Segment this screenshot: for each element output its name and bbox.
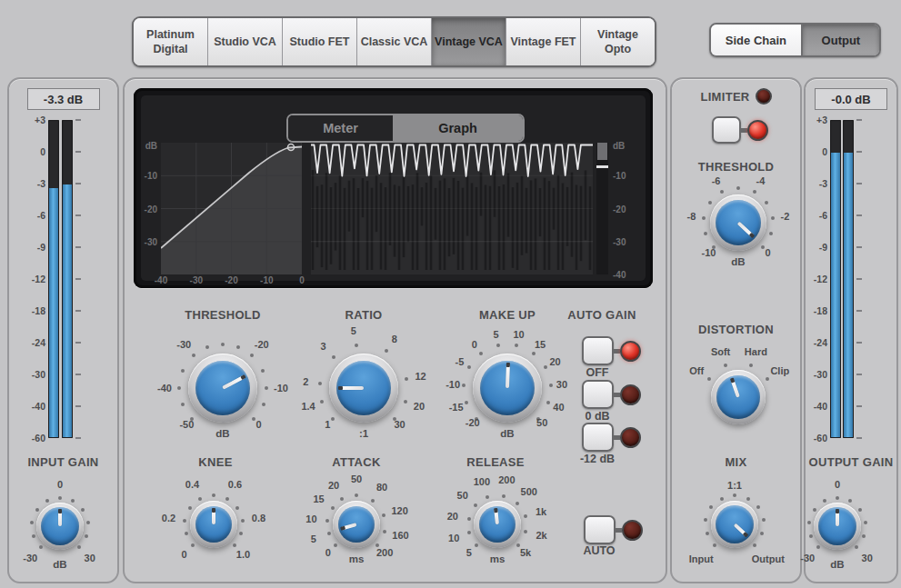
- knob-tick-dot: [708, 201, 712, 204]
- knob-tick-dot: [81, 508, 85, 512]
- knob-tick-label: 100: [474, 476, 490, 487]
- knob-tick-label: 15: [535, 339, 546, 350]
- knob-tick-dot: [331, 417, 335, 421]
- tab-vintage-fet[interactable]: Vintage FET: [506, 18, 581, 65]
- knob-tick-dot: [765, 201, 768, 204]
- limiter-threshold-knob[interactable]: -10-8-6-4-20dB: [675, 159, 802, 286]
- knob-tick-dot: [706, 532, 709, 535]
- led-stem: [741, 128, 747, 133]
- tab-vintage-opto[interactable]: Vintage Opto: [581, 18, 655, 65]
- tab-studio-fet[interactable]: Studio FET: [283, 18, 357, 65]
- knob-tick-dot: [736, 186, 740, 190]
- side-chain-button[interactable]: Side Chain: [711, 25, 803, 55]
- curve-x-label: 0: [299, 275, 305, 285]
- knob-unit-label: dB: [53, 559, 66, 570]
- knob-tick-dot: [383, 530, 386, 533]
- ratio-knob[interactable]: 11.42358122030:1: [289, 314, 438, 463]
- knob-tick-dot: [225, 497, 229, 501]
- release-knob[interactable]: 51020501002005001k2k5kms: [435, 463, 559, 586]
- led-stem: [614, 435, 620, 440]
- limiter-switch[interactable]: [712, 116, 741, 144]
- attack-knob[interactable]: 051015205080120160200ms: [295, 463, 418, 586]
- meter-tick: [856, 310, 862, 312]
- graph-view-tab[interactable]: Graph: [393, 115, 523, 141]
- auto-gain-0db-button[interactable]: [582, 380, 641, 409]
- auto-gain-off-switch[interactable]: [582, 336, 614, 365]
- knob-tick-dot: [848, 499, 852, 503]
- knob-tick-dot: [720, 190, 724, 194]
- makeup-knob[interactable]: -20-15-10-505101520304050dB: [436, 317, 578, 459]
- knob-tick-dot: [766, 377, 769, 381]
- auto-gain-0db-switch[interactable]: [582, 380, 614, 409]
- knob-tick-label: 2k: [536, 530, 546, 541]
- knob-tick-dot: [733, 493, 736, 497]
- history-y-label: -40: [613, 270, 626, 280]
- knob-tick-dot: [192, 354, 195, 357]
- knob-tick-dot: [250, 354, 254, 357]
- knob-unit-label: ms: [490, 553, 506, 564]
- knob-tick-dot: [45, 499, 49, 503]
- meter-tick: [856, 151, 862, 153]
- meter-scale: +30-3-6-9-12-18-24-30-40-60: [18, 120, 45, 438]
- meter-bar-left: [830, 120, 841, 438]
- knob-tick-label: 50: [351, 473, 362, 484]
- tab-vintage-vca[interactable]: Vintage VCA: [432, 18, 506, 65]
- knob-tick-label: -20: [466, 417, 480, 428]
- knob-tick-dot: [724, 364, 727, 367]
- meter-view-tab[interactable]: Meter: [288, 115, 393, 141]
- tab-studio-vca[interactable]: Studio VCA: [208, 18, 283, 65]
- knob-tick-label: 15: [313, 493, 324, 504]
- knob-tick-label: -10: [445, 379, 460, 390]
- input-gain-knob[interactable]: -30030dB: [2, 468, 118, 584]
- auto-release-button[interactable]: [584, 515, 643, 544]
- distortion-knob[interactable]: OffSoftHardClip: [673, 332, 804, 463]
- meter-scale-label: -18: [32, 305, 45, 316]
- auto-gain-0db-led: [620, 384, 641, 405]
- knob-tick-label: 50: [457, 490, 468, 501]
- knob-tick-dot: [183, 519, 186, 523]
- meter-tick: [75, 183, 81, 184]
- knob-tick-dot: [749, 364, 753, 367]
- meter-bar-right: [843, 120, 854, 438]
- knob-tick-dot: [58, 496, 62, 500]
- meter-scale-label: -6: [819, 210, 827, 221]
- mix-knob[interactable]: Input1:1Output: [679, 469, 790, 580]
- threshold-knob[interactable]: -50-40-30-20-100dB: [148, 314, 297, 463]
- output-level-readout: -0.0 dB: [815, 88, 887, 110]
- output-button[interactable]: Output: [803, 25, 879, 55]
- knob-tick-dot: [502, 494, 506, 498]
- knob-tick-dot: [836, 496, 839, 500]
- knob-tick-label: 0: [765, 247, 770, 258]
- meter-tick: [856, 183, 862, 184]
- knee-knob[interactable]: 00.20.40.60.81.0: [152, 463, 275, 586]
- knob-tick-dot: [85, 534, 88, 538]
- meter-tick: [856, 374, 862, 375]
- tab-classic-vca[interactable]: Classic VCA: [357, 18, 432, 65]
- knob-tick-label: 5: [351, 325, 356, 336]
- knob-tick-dot: [371, 499, 375, 503]
- meter-bar-right: [62, 120, 73, 438]
- knob-unit-label: :1: [359, 428, 368, 439]
- limiter-enable-button[interactable]: [712, 116, 768, 144]
- output-gain-knob[interactable]: -30030dB: [779, 468, 896, 584]
- knob-tick-dot: [212, 493, 215, 497]
- knob-tick-dot: [86, 521, 90, 524]
- knob-tick-dot: [707, 377, 711, 381]
- knob-tick-dot: [265, 386, 268, 390]
- knob-tick-label: 30: [862, 553, 873, 563]
- auto-gain-minus12-switch[interactable]: [582, 423, 614, 452]
- knob-tick-dot: [467, 517, 471, 521]
- auto-gain-minus12-led: [620, 427, 641, 448]
- knob-tick-dot: [465, 401, 468, 404]
- compressor-plugin-window: Platinum DigitalStudio VCAStudio FETClas…: [0, 0, 901, 588]
- knob-tick-dot: [813, 508, 816, 512]
- knob-tick-dot: [753, 543, 756, 547]
- meter-scale-label: -9: [819, 242, 827, 253]
- auto-gain-minus12-button[interactable]: [582, 423, 641, 452]
- auto-release-switch[interactable]: [584, 515, 616, 544]
- knob-cap[interactable]: [716, 375, 760, 419]
- tab-platinum-digital[interactable]: Platinum Digital: [134, 18, 208, 65]
- knob-tick-dot: [486, 495, 489, 499]
- curve-x-label: -30: [190, 275, 203, 285]
- auto-gain-off-button[interactable]: [582, 336, 641, 365]
